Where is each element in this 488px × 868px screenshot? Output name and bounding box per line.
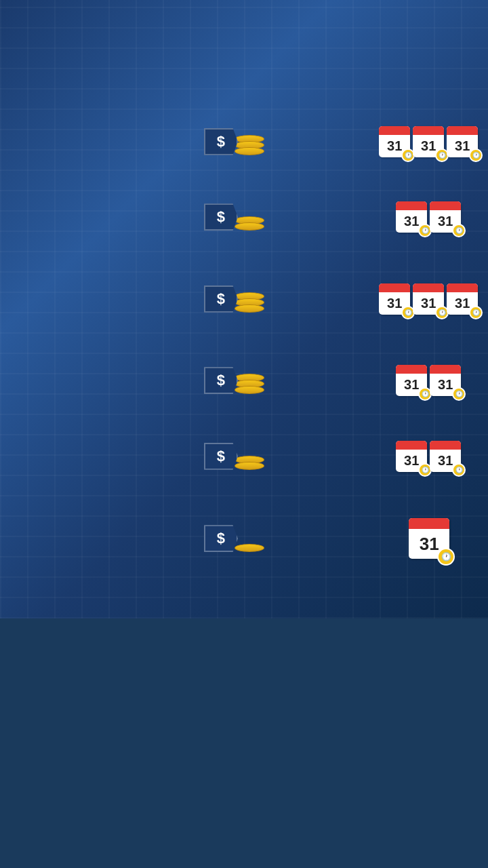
clock-icon: 🕐 [469, 306, 483, 319]
price-cell-nice: $ [198, 443, 270, 470]
clock-icon: 🕐 [469, 149, 483, 162]
clock-icon: 🕐 [452, 463, 466, 477]
implementation-cell-aws: 31 🕐 31 🕐 31 🕐 [375, 283, 481, 315]
price-cell-ibm: $ [198, 128, 270, 155]
price-icon-nice: $ [204, 443, 264, 470]
price-cell-xira: $ [198, 525, 270, 552]
price-cell-salesforce: $ [198, 367, 270, 394]
price-icon-ibm: $ [204, 128, 264, 155]
price-icon-xira: $ [204, 525, 264, 552]
implementation-cell-ibm: 31 🕐 31 🕐 31 🕐 [375, 126, 481, 157]
price-cell-aws: $ [198, 285, 270, 313]
price-icon-aws: $ [204, 285, 264, 313]
price-icon-salesforce: $ [204, 367, 264, 394]
price-icon-servicenow: $ [204, 203, 264, 231]
price-cell-servicenow: $ [198, 203, 270, 231]
